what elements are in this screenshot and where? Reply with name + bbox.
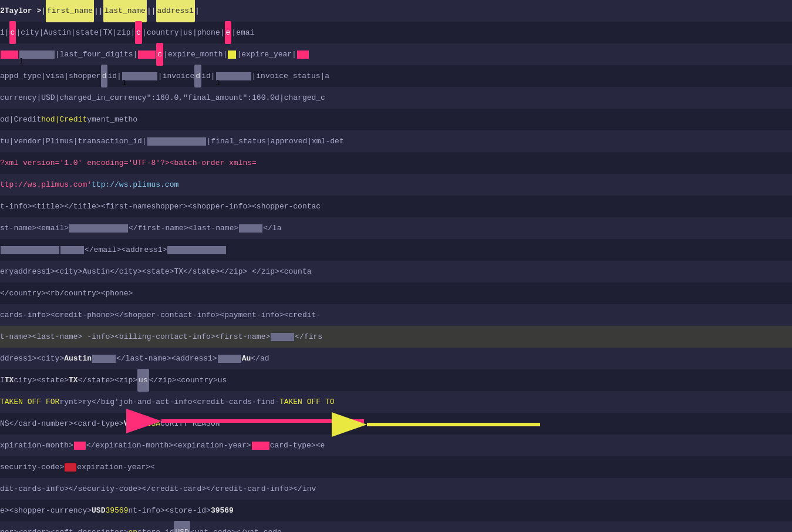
code-text-hl-gray: us bbox=[137, 369, 149, 392]
code-text-hl-pink: c bbox=[156, 43, 163, 66]
code-text-text-white: | bbox=[147, 0, 151, 22]
code-text-text-white: | bbox=[94, 0, 99, 22]
code-text-text-gray: CURITY REASON bbox=[160, 413, 220, 435]
code-text-text-gray: city><state> bbox=[14, 369, 69, 391]
code-text-hl-pink: c bbox=[135, 21, 142, 44]
code-text-text-bold: Au bbox=[242, 348, 251, 369]
code-text-text-gray: appd_type|visa|shopper bbox=[0, 65, 101, 87]
code-text-text-gray: </email><address1> bbox=[85, 239, 167, 261]
code-text-text-gray: per><order><soft-descriptor> bbox=[0, 521, 128, 532]
code-text-text-gray: store-id bbox=[137, 521, 174, 532]
code-text-text-yellow: hod|Credit bbox=[41, 109, 87, 130]
code-text-text-gray: id| bbox=[107, 65, 121, 87]
code-text-text-gray: |expire_year| bbox=[237, 43, 296, 65]
redacted-block-pink-sm bbox=[74, 442, 86, 450]
code-text-text-yellow: 39569 bbox=[105, 500, 128, 521]
redacted-block-gray-sm bbox=[218, 355, 241, 363]
code-text-text-gray: |expire_month| bbox=[163, 43, 227, 65]
code-text-text-gray: xpiration-month> bbox=[0, 435, 73, 456]
code-text-text-bold: USD bbox=[92, 500, 105, 521]
code-text-text-gray: |final_status|approved|xml-det bbox=[207, 130, 344, 152]
code-line-14: </country><rb/country><phone> bbox=[0, 282, 792, 304]
code-line-17: ddress1><city>Austin </last-name><addres… bbox=[0, 348, 792, 369]
code-text-text-gray: I bbox=[0, 369, 5, 391]
code-text-text-gray: </last-name><address1> bbox=[116, 348, 217, 369]
redacted-block-gray-sm bbox=[60, 246, 84, 254]
code-line-11: st-name><email> </first-name><last-name>… bbox=[0, 217, 792, 239]
code-text-text-gray: ddress1><city> bbox=[0, 348, 64, 369]
code-line-13: eryaddress1><city>Austin</city><state>TX… bbox=[0, 261, 792, 282]
code-line-4: appd_type|visa|shopperdid| l|invoicedid|… bbox=[0, 65, 792, 87]
code-line-7: tu|vendor|Plimus|transaction_id||final_s… bbox=[0, 130, 792, 152]
redacted-block-gray-sm bbox=[92, 355, 116, 363]
code-text-text-gray: 1| bbox=[0, 22, 9, 43]
code-text-text-gray: </state><zip> bbox=[78, 369, 137, 391]
code-text-text-gray: </la bbox=[263, 217, 281, 239]
code-line-23: dit-cards-info></security-code></credit-… bbox=[0, 478, 792, 500]
code-text-text-gray: </first-name><last-name> bbox=[129, 217, 238, 239]
code-text-text-bold: Austin bbox=[64, 348, 92, 369]
redacted-block-pink-sm bbox=[297, 50, 309, 59]
code-text-text-gray: od|Credit bbox=[0, 109, 41, 130]
redacted-block-yellow-sm bbox=[228, 50, 236, 59]
code-text-text-white: | bbox=[195, 0, 200, 22]
code-text-hl-gray: d bbox=[101, 65, 108, 87]
redacted-block-gray: l bbox=[216, 72, 251, 80]
code-text-text-white: | bbox=[99, 0, 103, 22]
code-line-19: TAKEN OFF FORrynt>ry</big'joh-and-act-in… bbox=[0, 391, 792, 413]
redacted-block-pink bbox=[1, 50, 18, 59]
code-text-hl-pink: e bbox=[225, 21, 232, 44]
code-text-text-gray: tu|vendor|Plimus|transaction_id| bbox=[0, 130, 147, 152]
code-text-text-gray: |city|Austin|state|TX|zip| bbox=[16, 22, 135, 43]
code-text-text-gray: </ad bbox=[251, 348, 269, 369]
code-text-text-bold: TX bbox=[69, 369, 78, 391]
code-line-10: t-info><title></title><first-nameshopper… bbox=[0, 196, 792, 217]
code-text-text-gray: rynt>ry</big'joh-and-act-info<credit-car… bbox=[59, 391, 279, 413]
code-line-2: 1| c|city|Austin|state|TX|zip| c|country… bbox=[0, 22, 792, 43]
code-line-25: per><order><soft-descriptor> en store-id… bbox=[0, 521, 792, 532]
code-text-hl-yellow: address1 bbox=[156, 0, 195, 22]
code-text-text-gray: NS</card-number><card-type> bbox=[0, 413, 124, 435]
redacted-block-gray-wide bbox=[167, 246, 226, 254]
code-text-text-gray: |country|us|phone| bbox=[142, 22, 224, 43]
code-text-text-gray: </zip><country>us bbox=[149, 369, 227, 391]
code-text-text-gray: |emai bbox=[231, 22, 254, 43]
code-text-text-cyan: ttp://ws.plimus.com bbox=[92, 174, 178, 196]
code-line-16: t-name><last-name> -info><billing-contac… bbox=[0, 326, 792, 348]
code-text-text-gray: id| bbox=[201, 65, 215, 87]
code-text-text-gray: card-type><e bbox=[270, 435, 325, 456]
code-line-18: I TX city><state>TX</state><zip> us </zi… bbox=[0, 369, 792, 391]
redacted-block-gray: l bbox=[122, 72, 157, 80]
redacted-block-gray-wide bbox=[147, 137, 206, 146]
code-text-text-bold: TX bbox=[5, 369, 14, 391]
code-line-15: cards-info><credit-phone></shopper-conta… bbox=[0, 304, 792, 326]
code-text-text-gray: currency|USD|charged_in_currency":160.0,… bbox=[0, 87, 325, 109]
code-text-text-gray: st-name><email> bbox=[0, 217, 69, 239]
code-text-text-gray: eryaddress1><city>Austin</city><state>TX… bbox=[0, 261, 312, 282]
code-text-text-gray: yment_metho bbox=[87, 109, 137, 130]
code-line-21: xpiration-month></expiration-month><expi… bbox=[0, 435, 792, 456]
code-text-text-gray: expiration-year>< bbox=[77, 456, 155, 478]
code-text-text-gray: t-name><last-name> -info><billing-contac… bbox=[0, 326, 270, 348]
code-text-text-gray: |invoice_status|a bbox=[252, 65, 330, 87]
redacted-block-gray-wide bbox=[1, 246, 59, 254]
code-text-hl-pink: c bbox=[9, 21, 16, 44]
code-text-text-gray: e><shopper-currency> bbox=[0, 500, 92, 521]
code-line-20: NS</card-number><card-type>VISA VISA CUR… bbox=[0, 413, 792, 435]
redacted-block-gray-sm bbox=[271, 333, 294, 341]
code-line-22: security-code> expiration-year>< bbox=[0, 456, 792, 478]
code-text-text-bold: 2Taylor > bbox=[0, 0, 41, 22]
code-text-text-gray: nt-info><store-id> bbox=[128, 500, 210, 521]
code-view: 2Taylor > |first_name| |last_name| |addr… bbox=[0, 0, 792, 532]
redacted-block-gray-sm bbox=[239, 224, 262, 233]
code-text-text-gray: <vat-code></vat-code bbox=[190, 521, 282, 532]
code-text-text-white: | bbox=[151, 0, 156, 22]
redacted-block-red-sm bbox=[65, 463, 76, 472]
redacted-block-gray: l bbox=[19, 50, 55, 59]
code-text-text-yellow: TAKEN OFF FOR bbox=[0, 391, 59, 413]
code-text-text-gray: cards-info><credit-phone></shopper-conta… bbox=[0, 304, 321, 326]
code-line-12: </email><address1> bbox=[0, 239, 792, 261]
code-text-hl-gray: USD bbox=[174, 521, 190, 532]
code-text-text-white: | bbox=[41, 0, 46, 22]
code-text-text-gray: dit-cards-info></security-code></credit-… bbox=[0, 478, 316, 500]
